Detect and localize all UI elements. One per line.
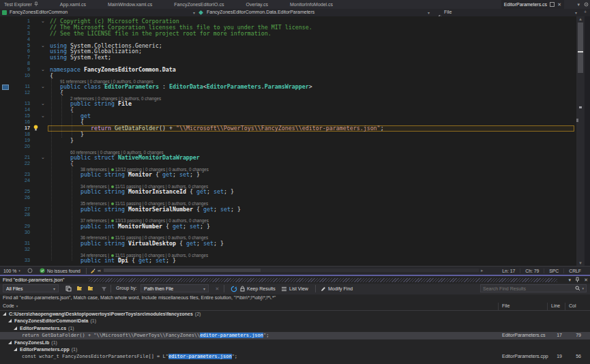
column-header-col[interactable]: Col	[569, 303, 576, 308]
code-line-10[interactable]: 10{	[0, 73, 576, 79]
code-line-9[interactable]: 9⌄namespace FancyZonesEditorCommon.Data	[0, 67, 576, 73]
chevron-down-icon[interactable]: ▾	[193, 10, 195, 15]
find-result-match-row[interactable]: const wchar_t FancyZonesEditorParameters…	[0, 353, 590, 360]
close-panel-icon[interactable]: ✕	[584, 277, 588, 283]
code-line-30[interactable]: 30	[0, 230, 576, 236]
scrollbar-thumb[interactable]	[578, 22, 583, 73]
fold-chevron-icon[interactable]: ⌄	[38, 43, 48, 49]
copy-results-icon[interactable]	[64, 285, 73, 292]
fold-chevron-icon[interactable]: ⌄	[38, 67, 48, 73]
chevron-down-icon[interactable]: ▾	[428, 10, 430, 15]
status-encoding[interactable]: SPC	[544, 269, 563, 273]
horizontal-scrollbar[interactable]	[104, 269, 479, 272]
stop-search-icon[interactable]: ✕	[213, 285, 222, 292]
code-line-15[interactable]: 15⌄get	[0, 113, 576, 119]
tree-expander-icon[interactable]	[8, 319, 12, 322]
code-line-18[interactable]: 18}	[0, 132, 576, 138]
fold-chevron-icon[interactable]: ⌄	[38, 18, 48, 25]
column-header-file[interactable]: File	[502, 303, 510, 308]
fold-chevron-icon[interactable]: ⌄	[38, 84, 48, 90]
status-line[interactable]: Ln: 17	[497, 269, 520, 273]
find-result-folder-group[interactable]: FancyZonesLib(1)	[0, 339, 590, 346]
tab-mainwindow-xaml-cs[interactable]: MainWindow.xaml.cs	[104, 0, 156, 9]
code-line-20[interactable]: 20	[0, 144, 576, 150]
find-result-folder-group[interactable]: FancyZonesEditorCommon\Data(1)	[0, 318, 590, 324]
code-line-29[interactable]: 29public int MonitorNumber { get; set; }	[0, 224, 576, 230]
repeat-find-icon[interactable]	[229, 285, 238, 292]
code-line-19[interactable]: 19}	[0, 138, 576, 144]
code-line-26[interactable]: 26	[0, 195, 576, 201]
code-line-12[interactable]: 12{	[0, 90, 576, 96]
column-header-line[interactable]: Line	[551, 303, 560, 308]
fold-chevron-icon[interactable]: ⌄	[38, 101, 48, 107]
code-line-31[interactable]: 31public string VirtualDesktop { get; se…	[0, 241, 576, 247]
tree-expander-icon[interactable]	[14, 327, 17, 330]
code-line-22[interactable]: 22{	[0, 161, 576, 167]
list-view-button[interactable]: List View	[281, 285, 308, 292]
code-line-13[interactable]: 13⌄public string File	[0, 101, 576, 107]
chevron-down-icon[interactable]: ▾	[575, 10, 577, 15]
breadcrumb-type[interactable]: FancyZonesEditorCommon.Data.EditorParame…	[207, 10, 314, 14]
modify-find-button[interactable]: Modify Find	[321, 285, 353, 292]
tab-app-xaml-cs[interactable]: App.xaml.cs	[56, 0, 90, 9]
collapse-all-icon[interactable]	[86, 285, 95, 292]
code-filter-dropdown[interactable]: Code ▾	[3, 303, 18, 308]
search-icon[interactable]: ▾	[573, 286, 586, 291]
code-line-27[interactable]: 27public string MonitorSerialNumber { ge…	[0, 207, 576, 213]
code-line-23[interactable]: 23public string Monitor { get; set; }	[0, 172, 576, 178]
active-files-dropdown-icon[interactable]: ▾	[577, 2, 580, 7]
status-line-ending[interactable]: CRLF	[563, 269, 586, 273]
scrollbar-thumb[interactable]	[104, 269, 261, 272]
split-window-icon[interactable]: +	[584, 10, 587, 14]
pin-icon[interactable]	[575, 277, 580, 283]
code-editor[interactable]: 1⌄// Copyright (c) Microsoft Corporation…	[0, 16, 576, 266]
filter-icon[interactable]	[100, 285, 108, 292]
find-result-match-row[interactable]: return GetDataFolder() + "\\Microsoft\\P…	[0, 332, 590, 339]
window-menu-icon[interactable]	[584, 2, 589, 7]
tree-expander-icon[interactable]	[14, 348, 17, 351]
tree-expander-icon[interactable]	[3, 312, 6, 316]
tab-editorparameters[interactable]: EditorParameters.cs ✕	[501, 0, 564, 9]
hscroll-left-icon[interactable]: ◂	[98, 267, 100, 275]
document-sync-icon[interactable]	[27, 267, 33, 275]
fold-chevron-icon[interactable]: ⌄	[38, 113, 48, 119]
vertical-scrollbar[interactable]: ▲ ▼	[576, 16, 585, 266]
code-line-11[interactable]: 11⌄public class EditorParameters : Edito…	[0, 84, 576, 90]
code-line-24[interactable]: 24	[0, 178, 576, 184]
zoom-control[interactable]: 100 % ▾	[3, 267, 20, 275]
code-line-21[interactable]: 21⌄public struct NativeMonitorDataWrappe…	[0, 155, 576, 161]
pin-icon[interactable]	[34, 1, 38, 7]
fold-chevron-icon[interactable]: ⌄	[38, 155, 48, 161]
status-column[interactable]: Ch: 79	[520, 269, 544, 273]
scroll-up-icon[interactable]: ▲	[576, 16, 585, 22]
tree-expander-icon[interactable]	[8, 341, 12, 344]
breadcrumb-project[interactable]: FancyZonesEditorCommon	[10, 10, 68, 14]
search-find-results-box[interactable]: ▾	[480, 284, 587, 292]
hscroll-right-icon[interactable]: ▸	[481, 267, 483, 275]
scroll-down-icon[interactable]: ▼	[576, 260, 585, 266]
breadcrumb-member[interactable]: File	[444, 10, 452, 14]
code-line-33[interactable]: 33public int Dpi { get; set; }	[0, 258, 576, 264]
window-position-icon[interactable]: ▾	[569, 277, 572, 283]
search-find-results-input[interactable]	[481, 286, 573, 291]
tab-monitorinfomodel-cs[interactable]: MonitorInfoModel.cs	[286, 0, 337, 9]
tab-test-explorer[interactable]: Test Explorer	[0, 0, 42, 9]
close-tab-icon[interactable]: ✕	[557, 2, 561, 7]
document-health[interactable]: No issues found	[40, 267, 80, 275]
find-result-file-group[interactable]: EditorParameters.cpp(1)	[0, 346, 590, 353]
find-result-folder-group[interactable]: C:\Users\zhaopengwang\Desktop\powertoys\…	[0, 311, 590, 318]
code-line-32[interactable]: 32	[0, 247, 576, 253]
tab-overlay-cs[interactable]: Overlay.cs	[241, 0, 272, 9]
find-result-file-group[interactable]: EditorParameters.cs(1)	[0, 325, 590, 332]
scope-dropdown[interactable]: All Files▾	[3, 284, 59, 292]
expand-all-icon[interactable]	[75, 285, 84, 292]
code-line-28[interactable]: 28	[0, 212, 576, 218]
code-line-17[interactable]: 17return GetDataFolder() + "\\Microsoft\…	[0, 125, 576, 132]
find-panel-title-bar[interactable]: Find "editor-parameters.json" ▾ ✕	[0, 276, 590, 284]
code-line-7[interactable]: 7using System.Text;	[0, 55, 576, 61]
tab-fancyzoneseditorio-cs[interactable]: FancyZonesEditorIO.cs	[170, 0, 228, 9]
code-line-3[interactable]: 3// See the LICENSE file in the project …	[0, 31, 576, 37]
code-line-25[interactable]: 25public string MonitorInstanceId { get;…	[0, 189, 576, 195]
keep-results-button[interactable]: Keep Results	[240, 285, 276, 292]
grouping-dropdown[interactable]: Path then File▾	[141, 284, 209, 292]
